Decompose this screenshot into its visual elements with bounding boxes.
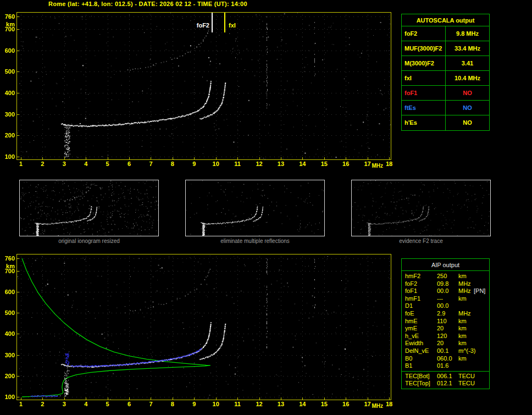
x-tick-label: 13 (275, 161, 286, 167)
x-tick-label: 15 (319, 161, 330, 167)
aip-table-rows: hmF2250kmfoF209.8MHzfoF100.0MHz[PN]hmF1-… (402, 271, 489, 389)
aip-row-unit: TECU (458, 380, 475, 387)
aip-table-title: AIP output (402, 259, 489, 271)
aip-row-label: B1 (405, 362, 412, 369)
aip-row-unit: km (458, 340, 467, 347)
x-tick-label: 16 (340, 401, 351, 407)
x-tick-label: 11 (232, 401, 243, 407)
x-tick-label: 10 (210, 401, 221, 407)
x-tick-label: 15 (319, 401, 330, 407)
x-tick-label: 10 (210, 161, 221, 167)
x-tick-label: 1 (15, 401, 26, 407)
aip-row-unit: MHz (458, 280, 471, 287)
x-tick-label: 6 (124, 161, 135, 167)
aip-row-value: 00.0 (437, 287, 448, 295)
aip-row-unit: km (458, 355, 467, 362)
aip-row-label: TEC[Bot] (405, 373, 430, 380)
x-tick-label: 13 (275, 401, 286, 407)
aip-row-value: 120 (437, 333, 447, 340)
aip-row-value: 250 (437, 273, 447, 280)
aip-row-unit: MHz (458, 310, 471, 317)
aip-row-value: 00.1 (437, 347, 448, 355)
aip-row-label: Ewidth (405, 340, 423, 347)
aip-row-value: 20 (437, 340, 444, 347)
y-tick-label: 100 (1, 394, 15, 400)
y-tick-label: 400 (1, 90, 15, 96)
y-tick-label: 500 (1, 68, 15, 75)
x-tick-label: 9 (189, 401, 199, 407)
aip-row: TEC[Top]012.1TECU (402, 380, 489, 388)
x-tick-label: 7 (145, 401, 156, 407)
thumbnail-original-canvas (20, 180, 158, 236)
ionogram-bottom-plot (16, 254, 391, 400)
autoscala-row-label: ftEs (402, 101, 446, 115)
aip-row: B0060.0km (402, 355, 489, 363)
thumbnail-evidence-canvas (352, 180, 490, 236)
y-tick-label: 200 (1, 373, 15, 379)
thumbnail-caption-eliminate: eliminate multiple reflections (185, 238, 325, 244)
autoscala-row-value: 9.8 MHz (446, 26, 489, 41)
aip-row-label: ymE (405, 325, 417, 332)
x-tick-label: 3 (59, 161, 70, 167)
aip-row-label: foF1 (405, 287, 417, 295)
y-tick-label: 760 (1, 13, 15, 20)
aip-row-unit: MHz (458, 287, 471, 295)
x-tick-label: 9 (189, 161, 199, 167)
thumbnail-original-ionogram (19, 180, 159, 236)
aip-row-value: 00.0 (437, 302, 448, 309)
aip-row-unit: km (458, 295, 467, 302)
x-tick-label: 4 (80, 401, 91, 407)
x-tick-label: 4 (80, 161, 91, 167)
y-tick-label: 100 (1, 153, 15, 160)
y-tick-label: 400 (1, 330, 15, 337)
aip-row-value: 2.9 (437, 310, 445, 317)
autoscala-row: ftEsNO (402, 101, 489, 115)
header-title: Rome (lat: +41.8, lon: 012.5) - DATE: 20… (48, 1, 247, 7)
autoscala-screen: Rome (lat: +41.8, lon: 012.5) - DATE: 20… (0, 0, 532, 415)
aip-row: TEC[Bot]006.1TECU (402, 373, 489, 380)
aip-output-table: AIP output hmF2250kmfoF209.8MHzfoF100.0M… (401, 258, 490, 389)
aip-row-unit: km (458, 318, 467, 325)
autoscala-row-value: NO (446, 101, 489, 115)
aip-row: Ewidth20km (402, 340, 489, 347)
aip-row-value: 006.1 (437, 373, 452, 380)
y-tick-label: 500 (1, 309, 15, 316)
autoscala-row-value: 10.4 MHz (446, 71, 489, 85)
x-tick-label: 12 (254, 401, 265, 407)
autoscala-row: foF29.8 MHz (402, 26, 489, 41)
autoscala-row-label: h'Es (402, 115, 446, 130)
autoscala-row-label: M(3000)F2 (402, 56, 446, 70)
autoscala-table-rows: foF29.8 MHzMUF(3000)F233.4 MHzM(3000)F23… (402, 26, 489, 130)
y-tick-label: 300 (1, 111, 15, 118)
x-tick-label: 3 (59, 401, 70, 407)
aip-row-unit: km (458, 273, 467, 280)
aip-row-value: --- (437, 295, 443, 302)
autoscala-row: fxI10.4 MHz (402, 71, 489, 86)
aip-row-value: 110 (437, 318, 447, 325)
thumbnail-eliminate-canvas (186, 180, 324, 236)
x-tick-label: 12 (254, 161, 265, 167)
aip-row-label: foE (405, 310, 414, 317)
x-tick-label: 2 (37, 161, 48, 167)
thumbnail-evidence-f2 (351, 180, 491, 236)
aip-row-label: hmF1 (405, 295, 420, 302)
x-axis-unit-label: MHz (372, 403, 388, 409)
aip-row-label: hmF2 (405, 273, 420, 280)
x-axis-unit-label: MHz (372, 163, 388, 169)
thumbnail-eliminate-reflections (185, 180, 325, 236)
y-tick-label: 300 (1, 352, 15, 358)
x-tick-label: 1 (15, 161, 26, 167)
autoscala-row-label: fxI (402, 71, 446, 85)
aip-row: foE2.9MHz (402, 310, 489, 318)
aip-row-unit: m^(-3) (458, 347, 475, 355)
thumbnail-caption-original: original ionogram resized (19, 238, 159, 244)
aip-row: ymE20km (402, 325, 489, 333)
aip-row-value: 012.1 (437, 380, 452, 387)
aip-row: D100.0 (402, 302, 489, 310)
y-axis-unit-label: km (1, 263, 15, 269)
x-tick-label: 8 (167, 401, 178, 407)
aip-row-value: 01.6 (437, 362, 448, 369)
aip-separator (402, 371, 489, 372)
aip-row: hmE110km (402, 318, 489, 325)
aip-row-value: 09.8 (437, 280, 448, 287)
